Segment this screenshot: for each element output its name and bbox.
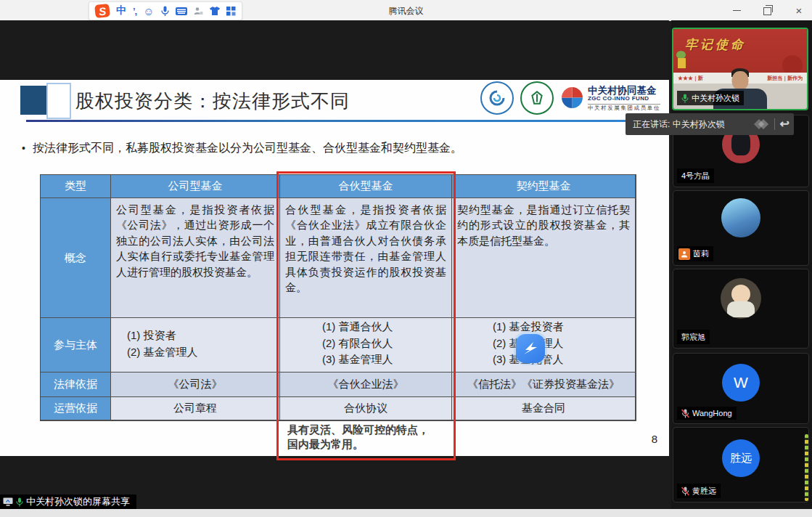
slide-title: 股权投资分类：按法律形式不同	[75, 89, 350, 114]
restore-icon	[763, 7, 771, 15]
table-header-cell: 公司型基金	[111, 175, 280, 198]
screen-share-banner: 中关村孙次锁的屏幕共享	[0, 494, 136, 509]
table-cell: 《公司法》	[111, 373, 280, 397]
restore-button[interactable]	[762, 4, 774, 16]
participant-tile[interactable]: 茵莉	[673, 190, 809, 266]
association-logo-green-icon	[520, 81, 554, 115]
table-cell: 公司章程	[111, 397, 280, 420]
participant-name-label: 中关村孙次锁	[677, 91, 744, 105]
back-arrow-button[interactable]: ↩	[780, 118, 790, 130]
table-row-label: 参与主体	[41, 318, 111, 373]
presentation-slide: 股权投资分类：按法律形式不同 中关村协同基金 ZGC CO-INNO FUND …	[0, 80, 669, 456]
mic-on-icon	[16, 497, 23, 507]
table-header-cell: 类型	[41, 175, 111, 198]
punctuation-icon[interactable]: ’,	[133, 4, 136, 17]
fund-name-en: ZGC CO-INNO FUND	[588, 96, 660, 102]
participant-name-label: 4号方晶	[677, 168, 714, 183]
table-cell: 《信托法》《证券投资基金法》	[452, 373, 636, 397]
fund-logo: 中关村协同基金 ZGC CO-INNO FUND 中关村发展集团成员单位	[560, 85, 660, 111]
participant-name-label: 郭宸旭	[677, 330, 710, 344]
participant-name: 茵莉	[693, 248, 709, 259]
minimize-icon	[733, 10, 741, 11]
table-cell: (1) 普通合伙人 (2) 有限合伙人 (3) 基金管理人	[280, 318, 452, 373]
window-titlebar: S 中 ’, ☺ 腾讯会议 ×	[0, 0, 812, 21]
annotation-text: 具有灵活、风险可控的特点， 国内最为常用。	[287, 423, 444, 452]
minimize-button[interactable]	[731, 4, 742, 16]
table-row-label: 运营依据	[41, 397, 111, 420]
grid-menu-icon[interactable]	[226, 4, 236, 17]
table-cell: 公司型基金，是指投资者依据《公司法》，通过出资形成一个独立的公司法人实体，由公司…	[111, 198, 280, 318]
table-cell: 基金合同	[452, 397, 636, 420]
mic-muted-icon	[681, 487, 689, 496]
participant-tile[interactable]: 胜远 黄胜远	[673, 427, 809, 502]
mic-muted-icon	[681, 409, 689, 418]
speaking-toast-text: 正在讲话: 中关村孙次锁	[633, 118, 755, 131]
title-underline	[26, 120, 668, 122]
emoji-icon[interactable]: ☺	[143, 4, 154, 17]
participant-name-label: WangHong	[677, 407, 737, 420]
slide-bullet: • 按法律形式不同，私募股权投资基金以分为公司型基金、合伙型基金和契约型基金。	[22, 141, 462, 156]
floating-bird-overlay-icon[interactable]	[516, 334, 545, 363]
table-cell: 契约型基金，是指通过订立信托契约的形式设立的股权投资基金，其本质是信托型基金。	[452, 198, 636, 318]
table-cell: 《合伙企业法》	[280, 373, 452, 397]
avatar-figure	[727, 301, 755, 317]
participants-sidebar: 牢记使命 ★★★｜新 新担当｜新作为 中关村孙次锁 4号方晶	[671, 20, 812, 510]
avatar: 胜远	[722, 439, 760, 477]
participant-name: 4号方晶	[681, 171, 710, 182]
avatar	[721, 198, 760, 237]
page-number: 8	[652, 433, 657, 445]
plant-pot-decoration	[678, 58, 686, 68]
participant-name: 郭宸旭	[681, 332, 705, 343]
ime-toolbar: S 中 ’, ☺	[89, 1, 242, 20]
taskbar-strip	[0, 509, 812, 517]
title-decoration-outline	[46, 83, 71, 119]
banner-substrip-right: 新担当｜新作为	[767, 75, 803, 82]
avatar	[721, 278, 761, 319]
participant-tile[interactable]: 郭宸旭	[673, 269, 809, 349]
app-title: 腾讯会议	[389, 5, 424, 17]
table-header-cell: 契约型基金	[452, 175, 636, 198]
fund-subtitle: 中关村发展集团成员单位	[588, 104, 660, 111]
table-row-label: 法律依据	[41, 373, 111, 397]
participant-name-label: 茵莉	[677, 246, 713, 261]
participant-name: 中关村孙次锁	[692, 93, 739, 104]
meeting-window: S 中 ’, ☺ 腾讯会议 ×	[0, 0, 812, 517]
fund-pinwheel-icon	[560, 86, 584, 110]
logo-group: 中关村协同基金 ZGC CO-INNO FUND 中关村发展集团成员单位	[480, 81, 660, 115]
participant-tile[interactable]: 牢记使命 ★★★｜新 新担当｜新作为 中关村孙次锁	[672, 28, 808, 110]
close-button[interactable]: ×	[793, 4, 805, 16]
speaker-figure	[732, 71, 749, 90]
toolbox-icon[interactable]	[194, 4, 203, 17]
sogou-logo-icon[interactable]: S	[94, 4, 110, 18]
participant-name: WangHong	[692, 409, 732, 418]
voice-input-icon[interactable]	[161, 4, 169, 17]
avatar: W	[722, 364, 760, 402]
participant-name-label: 黄胜远	[677, 484, 721, 498]
chinese-mode-icon[interactable]: 中	[116, 4, 126, 17]
bullet-marker: •	[22, 141, 25, 156]
banner-calligraphy: 牢记使命	[685, 36, 746, 53]
fund-name-cn: 中关村协同基金	[588, 85, 660, 96]
participant-name: 黄胜远	[692, 486, 716, 497]
skin-icon[interactable]	[210, 4, 220, 17]
screen-share-text: 中关村孙次锁的屏幕共享	[26, 495, 130, 508]
member-badge-icon	[678, 248, 690, 260]
speaking-toast: 正在讲话: 中关村孙次锁 ↩	[626, 113, 794, 135]
table-cell: 合伙协议	[280, 397, 452, 420]
bullet-text: 按法律形式不同，私募股权投资基金以分为公司型基金、合伙型基金和契约型基金。	[33, 141, 462, 156]
screen-share-icon	[3, 497, 13, 506]
shared-screen-video: 股权投资分类：按法律形式不同 中关村协同基金 ZGC CO-INNO FUND …	[0, 20, 669, 510]
toast-divider	[774, 118, 775, 130]
banner-substrip-left: ★★★｜新	[678, 75, 703, 82]
association-logo-blue-icon	[480, 81, 514, 115]
fund-comparison-table: 类型 公司型基金 合伙型基金 契约型基金 概念 公司型基金，是指投资者依据《公司…	[40, 174, 636, 421]
table-header-cell: 合伙型基金	[280, 175, 452, 198]
participant-tile[interactable]: W WangHong	[673, 353, 809, 424]
table-row-label: 概念	[41, 198, 111, 318]
participant-scrollbar[interactable]	[805, 434, 808, 501]
table-cell: (1) 投资者 (2) 基金管理人	[111, 318, 280, 373]
keyboard-icon[interactable]	[176, 4, 187, 17]
mic-on-icon	[681, 94, 689, 103]
table-cell: 合伙型基金，是指投资者依据《合伙企业法》成立有限合伙企业，由普通合伙人对合伙债务…	[280, 198, 452, 318]
